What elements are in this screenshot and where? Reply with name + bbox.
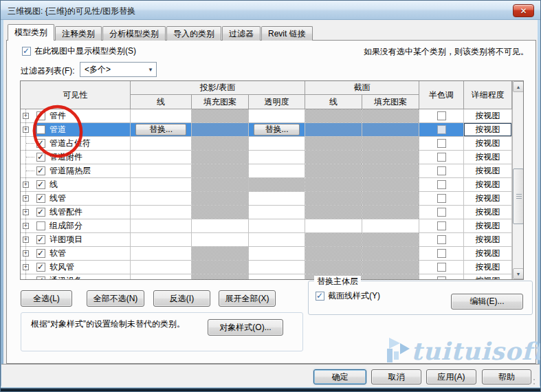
halftone-checkbox[interactable]	[437, 194, 446, 203]
scrollbar-thumb[interactable]	[513, 168, 524, 224]
halftone-cell[interactable]	[419, 109, 464, 123]
visibility-cell[interactable]: 管道隔热层	[21, 164, 131, 178]
category-row[interactable]: 通讯设备按视图	[21, 274, 512, 280]
expand-icon[interactable]: +	[23, 113, 29, 119]
category-checkbox[interactable]	[36, 221, 45, 230]
scroll-down-button[interactable]: ▼	[513, 268, 524, 279]
expand-icon[interactable]: +	[23, 182, 29, 188]
detail-level-cell[interactable]: 按视图	[464, 261, 512, 274]
halftone-cell[interactable]	[419, 247, 464, 261]
category-row[interactable]: +线按视图	[21, 178, 512, 192]
halftone-checkbox[interactable]	[437, 263, 446, 272]
visibility-cell[interactable]: 管道占位符	[21, 137, 131, 151]
category-checkbox[interactable]	[36, 194, 45, 203]
tab-5[interactable]: Revit 链接	[261, 26, 313, 41]
transparency-cell[interactable]	[249, 109, 305, 123]
category-checkbox[interactable]	[36, 276, 45, 280]
category-checkbox[interactable]	[36, 249, 45, 258]
transparency-cell[interactable]	[249, 192, 305, 206]
title-bar[interactable]: 三维视图: {三维}的可见性/图形替换 ✕	[1, 1, 540, 20]
transparency-cell[interactable]	[249, 274, 305, 280]
override-button[interactable]: 替换...	[135, 124, 186, 135]
projection-line-cell[interactable]	[131, 219, 192, 233]
category-row[interactable]: 管道附件按视图	[21, 151, 512, 164]
halftone-checkbox[interactable]	[437, 180, 446, 189]
cut-line-cell[interactable]	[305, 151, 362, 164]
expand-icon[interactable]: +	[23, 127, 29, 133]
cut-pattern-cell[interactable]	[362, 206, 419, 219]
category-checkbox[interactable]	[36, 166, 45, 175]
category-row[interactable]: +软风管按视图	[21, 261, 512, 274]
projection-line-cell[interactable]	[131, 233, 192, 247]
cut-pattern-cell[interactable]	[362, 219, 419, 233]
cut-pattern-cell[interactable]	[362, 151, 419, 164]
cut-line-styles-checkbox[interactable]	[316, 292, 324, 301]
resize-grip[interactable]	[529, 378, 536, 385]
transparency-cell[interactable]: 替换...	[249, 123, 305, 137]
category-row[interactable]: 管道占位符按视图	[21, 137, 512, 151]
tab-0[interactable]: 模型类别	[8, 24, 54, 41]
category-row[interactable]: +管件按视图	[21, 109, 512, 123]
scroll-up-button[interactable]: ▲	[513, 81, 524, 92]
halftone-checkbox[interactable]	[437, 125, 446, 134]
show-model-categories-checkbox[interactable]	[22, 47, 31, 56]
transparency-cell[interactable]	[249, 233, 305, 247]
help-button[interactable]: 帮助	[482, 369, 531, 384]
projection-pattern-cell[interactable]	[192, 137, 249, 151]
projection-pattern-cell[interactable]	[192, 206, 249, 219]
projection-line-cell[interactable]	[131, 192, 192, 206]
halftone-cell[interactable]	[419, 206, 464, 219]
halftone-checkbox[interactable]	[437, 249, 446, 258]
projection-pattern-cell[interactable]	[192, 164, 249, 178]
projection-pattern-cell[interactable]	[192, 247, 249, 261]
visibility-cell[interactable]: +详图项目	[21, 233, 131, 247]
visibility-cell[interactable]: +软风管	[21, 261, 131, 274]
projection-line-cell[interactable]	[131, 178, 192, 192]
projection-pattern-cell[interactable]	[192, 219, 249, 233]
visibility-cell[interactable]: +线	[21, 178, 131, 192]
visibility-cell[interactable]: +组成部分	[21, 219, 131, 233]
cut-line-cell[interactable]	[305, 247, 362, 261]
expand-all-button[interactable]: 展开全部(X)	[219, 290, 276, 307]
detail-level-cell[interactable]: 按视图	[464, 123, 512, 137]
category-checkbox[interactable]	[36, 235, 45, 244]
projection-line-cell[interactable]	[131, 247, 192, 261]
expand-icon[interactable]: +	[23, 237, 29, 243]
projection-pattern-cell[interactable]	[192, 261, 249, 274]
close-button[interactable]: ✕	[513, 4, 534, 17]
visibility-cell[interactable]: 管道附件	[21, 151, 131, 164]
category-row[interactable]: +软管按视图	[21, 247, 512, 261]
transparency-cell[interactable]	[249, 247, 305, 261]
halftone-cell[interactable]	[419, 274, 464, 280]
cut-pattern-cell[interactable]	[362, 233, 419, 247]
category-row[interactable]: +管道替换...替换...按视图	[21, 123, 512, 137]
expand-icon[interactable]: +	[23, 223, 29, 229]
cut-line-cell[interactable]	[305, 123, 362, 137]
category-checkbox[interactable]	[36, 125, 45, 134]
category-row[interactable]: +组成部分按视图	[21, 219, 512, 233]
visibility-cell[interactable]: +管件	[21, 109, 131, 123]
projection-line-cell[interactable]	[131, 164, 192, 178]
cut-pattern-cell[interactable]	[362, 274, 419, 280]
cut-line-cell[interactable]	[305, 164, 362, 178]
transparency-cell[interactable]	[249, 206, 305, 219]
projection-pattern-cell[interactable]	[192, 151, 249, 164]
select-none-button[interactable]: 全部不选(N)	[87, 290, 144, 307]
category-checkbox[interactable]	[36, 208, 45, 217]
detail-level-cell[interactable]: 按视图	[464, 233, 512, 247]
visibility-cell[interactable]: +线管配件	[21, 206, 131, 219]
halftone-checkbox[interactable]	[437, 111, 446, 120]
detail-level-cell[interactable]: 按视图	[464, 192, 512, 206]
detail-level-cell[interactable]: 按视图	[464, 219, 512, 233]
transparency-cell[interactable]	[249, 261, 305, 274]
cancel-button[interactable]: 取消	[371, 369, 421, 384]
object-styles-button[interactable]: 对象样式(O)...	[208, 319, 283, 336]
projection-line-cell[interactable]	[131, 206, 192, 219]
tab-3[interactable]: 导入的类别	[166, 26, 221, 41]
cut-line-cell[interactable]	[305, 109, 362, 123]
projection-line-cell[interactable]	[131, 137, 192, 151]
halftone-cell[interactable]	[419, 192, 464, 206]
halftone-checkbox[interactable]	[437, 221, 446, 230]
projection-line-cell[interactable]	[131, 151, 192, 164]
vertical-scrollbar[interactable]: ▲▼	[512, 81, 524, 279]
